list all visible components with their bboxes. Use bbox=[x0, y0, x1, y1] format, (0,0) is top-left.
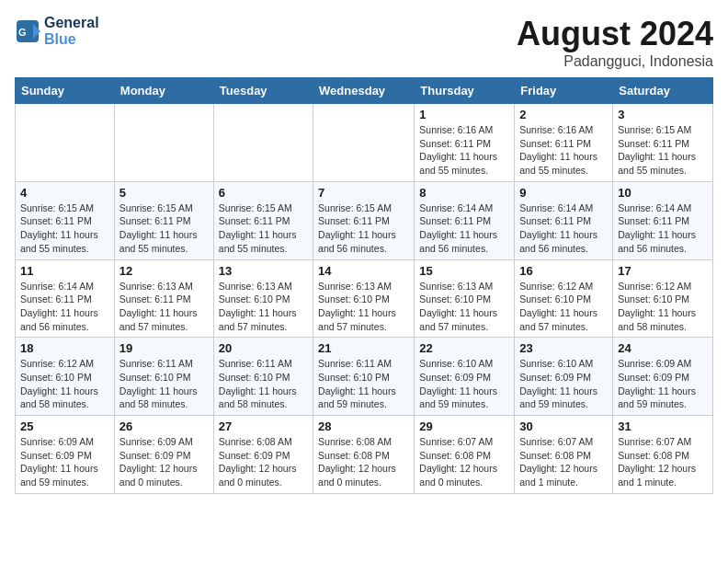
calendar-cell: 26Sunrise: 6:09 AM Sunset: 6:09 PM Dayli… bbox=[114, 416, 213, 494]
day-detail: Sunrise: 6:15 AM Sunset: 6:11 PM Dayligh… bbox=[318, 201, 409, 256]
calendar-cell: 8Sunrise: 6:14 AM Sunset: 6:11 PM Daylig… bbox=[415, 181, 515, 259]
day-number: 31 bbox=[618, 419, 708, 433]
calendar-cell bbox=[213, 104, 313, 182]
calendar-cell: 30Sunrise: 6:07 AM Sunset: 6:08 PM Dayli… bbox=[515, 416, 613, 494]
day-number: 27 bbox=[219, 419, 308, 433]
calendar-cell: 2Sunrise: 6:16 AM Sunset: 6:11 PM Daylig… bbox=[515, 104, 613, 182]
calendar-cell bbox=[16, 104, 115, 182]
day-detail: Sunrise: 6:15 AM Sunset: 6:11 PM Dayligh… bbox=[618, 123, 708, 178]
calendar-cell bbox=[313, 104, 415, 182]
day-number: 24 bbox=[618, 341, 708, 355]
title-block: August 2024 Padangguci, Indonesia bbox=[517, 15, 713, 70]
day-detail: Sunrise: 6:09 AM Sunset: 6:09 PM Dayligh… bbox=[119, 435, 209, 489]
day-detail: Sunrise: 6:08 AM Sunset: 6:09 PM Dayligh… bbox=[219, 435, 308, 489]
day-detail: Sunrise: 6:07 AM Sunset: 6:08 PM Dayligh… bbox=[618, 435, 708, 489]
calendar-body: 1Sunrise: 6:16 AM Sunset: 6:11 PM Daylig… bbox=[16, 104, 713, 494]
day-detail: Sunrise: 6:09 AM Sunset: 6:09 PM Dayligh… bbox=[618, 357, 708, 411]
day-detail: Sunrise: 6:12 AM Sunset: 6:10 PM Dayligh… bbox=[20, 357, 109, 411]
calendar-week-row: 1Sunrise: 6:16 AM Sunset: 6:11 PM Daylig… bbox=[16, 104, 713, 182]
calendar-cell: 11Sunrise: 6:14 AM Sunset: 6:11 PM Dayli… bbox=[16, 259, 115, 338]
day-number: 5 bbox=[119, 186, 209, 200]
calendar-cell: 31Sunrise: 6:07 AM Sunset: 6:08 PM Dayli… bbox=[613, 416, 713, 494]
day-number: 22 bbox=[419, 341, 509, 355]
day-detail: Sunrise: 6:10 AM Sunset: 6:09 PM Dayligh… bbox=[519, 357, 608, 411]
day-detail: Sunrise: 6:13 AM Sunset: 6:10 PM Dayligh… bbox=[419, 280, 509, 334]
day-detail: Sunrise: 6:16 AM Sunset: 6:11 PM Dayligh… bbox=[419, 123, 509, 178]
day-number: 18 bbox=[20, 341, 109, 355]
day-number: 17 bbox=[618, 264, 708, 278]
day-number: 29 bbox=[419, 419, 509, 433]
page-header: G General Blue August 2024 Padangguci, I… bbox=[15, 15, 713, 70]
weekday-header: Wednesday bbox=[313, 78, 415, 104]
weekday-header: Tuesday bbox=[213, 78, 313, 104]
calendar-cell: 12Sunrise: 6:13 AM Sunset: 6:11 PM Dayli… bbox=[114, 259, 213, 338]
logo-text-blue: Blue bbox=[44, 31, 99, 48]
day-detail: Sunrise: 6:14 AM Sunset: 6:11 PM Dayligh… bbox=[419, 201, 509, 256]
day-number: 8 bbox=[419, 186, 509, 200]
calendar-cell: 5Sunrise: 6:15 AM Sunset: 6:11 PM Daylig… bbox=[114, 181, 213, 259]
day-detail: Sunrise: 6:08 AM Sunset: 6:08 PM Dayligh… bbox=[318, 435, 409, 489]
day-number: 2 bbox=[519, 108, 608, 121]
day-number: 11 bbox=[20, 264, 109, 278]
day-detail: Sunrise: 6:15 AM Sunset: 6:11 PM Dayligh… bbox=[219, 201, 308, 256]
day-detail: Sunrise: 6:09 AM Sunset: 6:09 PM Dayligh… bbox=[20, 435, 109, 489]
day-number: 3 bbox=[618, 108, 708, 121]
calendar-cell: 15Sunrise: 6:13 AM Sunset: 6:10 PM Dayli… bbox=[415, 259, 515, 338]
weekday-header: Friday bbox=[515, 78, 613, 104]
calendar-header-row: SundayMondayTuesdayWednesdayThursdayFrid… bbox=[16, 78, 713, 104]
calendar-cell: 1Sunrise: 6:16 AM Sunset: 6:11 PM Daylig… bbox=[415, 104, 515, 182]
weekday-header: Saturday bbox=[613, 78, 713, 104]
day-number: 14 bbox=[318, 264, 409, 278]
calendar-cell: 21Sunrise: 6:11 AM Sunset: 6:10 PM Dayli… bbox=[313, 338, 415, 416]
day-detail: Sunrise: 6:13 AM Sunset: 6:11 PM Dayligh… bbox=[119, 280, 209, 334]
calendar-week-row: 11Sunrise: 6:14 AM Sunset: 6:11 PM Dayli… bbox=[16, 259, 713, 338]
day-number: 19 bbox=[119, 341, 209, 355]
day-detail: Sunrise: 6:11 AM Sunset: 6:10 PM Dayligh… bbox=[119, 357, 209, 411]
calendar-cell: 23Sunrise: 6:10 AM Sunset: 6:09 PM Dayli… bbox=[515, 338, 613, 416]
weekday-header: Thursday bbox=[415, 78, 515, 104]
day-detail: Sunrise: 6:16 AM Sunset: 6:11 PM Dayligh… bbox=[519, 123, 608, 178]
page-subtitle: Padangguci, Indonesia bbox=[517, 53, 713, 70]
day-number: 6 bbox=[219, 186, 308, 200]
calendar-cell: 16Sunrise: 6:12 AM Sunset: 6:10 PM Dayli… bbox=[515, 259, 613, 338]
day-detail: Sunrise: 6:14 AM Sunset: 6:11 PM Dayligh… bbox=[20, 280, 109, 334]
day-number: 21 bbox=[318, 341, 409, 355]
day-number: 12 bbox=[119, 264, 209, 278]
calendar-table: SundayMondayTuesdayWednesdayThursdayFrid… bbox=[15, 77, 713, 494]
calendar-cell: 3Sunrise: 6:15 AM Sunset: 6:11 PM Daylig… bbox=[613, 104, 713, 182]
day-number: 25 bbox=[20, 419, 109, 433]
day-number: 16 bbox=[519, 264, 608, 278]
day-detail: Sunrise: 6:07 AM Sunset: 6:08 PM Dayligh… bbox=[519, 435, 608, 489]
day-detail: Sunrise: 6:13 AM Sunset: 6:10 PM Dayligh… bbox=[219, 280, 308, 334]
calendar-cell: 4Sunrise: 6:15 AM Sunset: 6:11 PM Daylig… bbox=[16, 181, 115, 259]
day-number: 20 bbox=[219, 341, 308, 355]
day-detail: Sunrise: 6:15 AM Sunset: 6:11 PM Dayligh… bbox=[119, 201, 209, 256]
day-number: 4 bbox=[20, 186, 109, 200]
calendar-cell: 18Sunrise: 6:12 AM Sunset: 6:10 PM Dayli… bbox=[16, 338, 115, 416]
day-detail: Sunrise: 6:14 AM Sunset: 6:11 PM Dayligh… bbox=[618, 201, 708, 256]
calendar-week-row: 25Sunrise: 6:09 AM Sunset: 6:09 PM Dayli… bbox=[16, 416, 713, 494]
calendar-cell bbox=[114, 104, 213, 182]
day-number: 7 bbox=[318, 186, 409, 200]
day-detail: Sunrise: 6:11 AM Sunset: 6:10 PM Dayligh… bbox=[219, 357, 308, 411]
calendar-cell: 6Sunrise: 6:15 AM Sunset: 6:11 PM Daylig… bbox=[213, 181, 313, 259]
day-number: 30 bbox=[519, 419, 608, 433]
calendar-cell: 24Sunrise: 6:09 AM Sunset: 6:09 PM Dayli… bbox=[613, 338, 713, 416]
calendar-cell: 13Sunrise: 6:13 AM Sunset: 6:10 PM Dayli… bbox=[213, 259, 313, 338]
logo-text-general: General bbox=[44, 15, 99, 30]
day-number: 10 bbox=[618, 186, 708, 200]
calendar-cell: 10Sunrise: 6:14 AM Sunset: 6:11 PM Dayli… bbox=[613, 181, 713, 259]
calendar-cell: 29Sunrise: 6:07 AM Sunset: 6:08 PM Dayli… bbox=[415, 416, 515, 494]
calendar-cell: 20Sunrise: 6:11 AM Sunset: 6:10 PM Dayli… bbox=[213, 338, 313, 416]
day-detail: Sunrise: 6:12 AM Sunset: 6:10 PM Dayligh… bbox=[618, 280, 708, 334]
day-number: 13 bbox=[219, 264, 308, 278]
day-number: 23 bbox=[519, 341, 608, 355]
svg-text:G: G bbox=[18, 27, 27, 38]
calendar-cell: 28Sunrise: 6:08 AM Sunset: 6:08 PM Dayli… bbox=[313, 416, 415, 494]
calendar-cell: 22Sunrise: 6:10 AM Sunset: 6:09 PM Dayli… bbox=[415, 338, 515, 416]
day-detail: Sunrise: 6:07 AM Sunset: 6:08 PM Dayligh… bbox=[419, 435, 509, 489]
page-title: August 2024 bbox=[517, 15, 713, 53]
calendar-cell: 19Sunrise: 6:11 AM Sunset: 6:10 PM Dayli… bbox=[114, 338, 213, 416]
day-number: 28 bbox=[318, 419, 409, 433]
day-detail: Sunrise: 6:11 AM Sunset: 6:10 PM Dayligh… bbox=[318, 357, 409, 411]
